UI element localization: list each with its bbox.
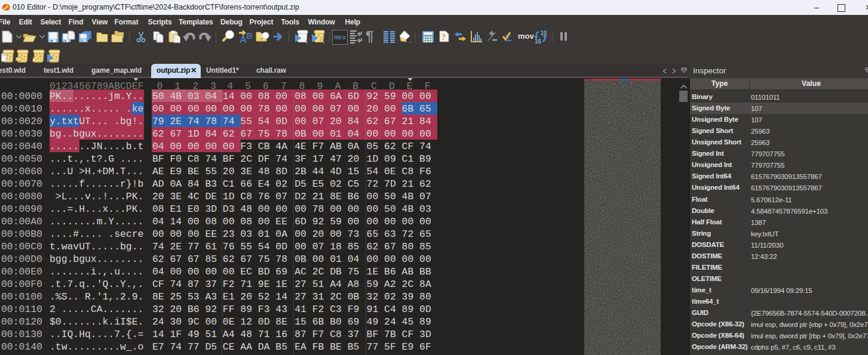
svg-text:A: A [240, 34, 247, 44]
svg-text:10: 10 [541, 30, 548, 36]
svg-text:16: 16 [535, 38, 542, 44]
svg-text:B: B [247, 31, 253, 41]
svg-text:?: ? [441, 33, 446, 42]
